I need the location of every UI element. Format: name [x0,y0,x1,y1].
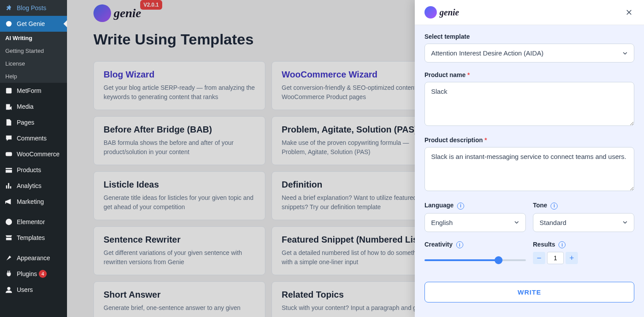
field-creativity: Creativity i [424,241,526,269]
brand-icon [93,4,111,22]
sidebar-item-comments[interactable]: Comments [0,130,67,146]
sidebar-label: Templates [17,234,45,241]
sidebar-label: Comments [17,135,47,142]
sidebar-item-elementor[interactable]: Elementor [0,214,67,230]
sidebar-item-pages[interactable]: Pages [0,114,67,130]
template-desc: Get conversion-friendly & SEO-optimized … [282,83,433,102]
panel-brand-text: genie [439,7,459,18]
sidebar-label: MetForm [17,87,41,94]
sidebar-label: WooCommerce [17,151,60,158]
template-card-bab[interactable]: Before After Bridge (BAB) BAB formula sh… [93,116,265,165]
select-template-dropdown[interactable]: Attention Interest Desire Action (AIDA) [424,44,634,63]
creativity-slider[interactable] [424,259,526,261]
template-title: WooCommerce Wizard [282,70,433,80]
analytics-icon [4,181,13,190]
sidebar-item-woocommerce[interactable]: WooCommerce [0,146,67,162]
close-button[interactable] [624,7,634,18]
creativity-label: Creativity i [424,241,526,249]
language-dropdown[interactable]: English [424,213,526,232]
language-value: English [431,219,453,226]
media-icon [4,102,13,111]
svg-rect-2 [6,152,12,156]
sidebar-item-templates[interactable]: Templates [0,230,67,246]
field-results: Results i − + [533,241,634,269]
svg-point-4 [7,287,10,290]
template-desc: Get your blog article SERP-ready — from … [104,83,255,102]
template-card-listicle[interactable]: Listicle Ideas Generate title ideas for … [93,171,265,220]
tone-value: Standard [540,219,566,226]
info-icon[interactable]: i [456,241,463,248]
sidebar-submenu: AI Writing Getting Started License Help [0,32,67,83]
svg-point-3 [6,219,12,225]
sidebar-item-marketing[interactable]: Marketing [0,194,67,210]
template-desc: Stuck with your content? Input a paragra… [282,303,433,313]
sidebar-item-appearance[interactable]: Appearance [0,250,67,266]
template-title: Sentence Rewriter [104,235,255,245]
field-tone: Tone i Standard [533,202,634,232]
language-label: Language i [424,202,526,210]
sidebar-item-users[interactable]: Users [0,282,67,298]
close-icon [625,9,633,16]
sidebar-item-plugins[interactable]: Plugins 4 [0,266,67,282]
info-icon[interactable]: i [558,241,566,248]
plugins-icon [4,269,13,278]
sidebar-label: Marketing [17,198,44,205]
product-name-input[interactable] [424,82,634,126]
results-increment-button[interactable]: + [566,252,578,264]
chevron-down-icon [622,51,628,56]
creativity-results-row: Creativity i Results i − + [424,241,634,278]
products-icon [4,166,13,174]
marketing-icon [4,197,13,206]
submenu-ai-writing[interactable]: AI Writing [0,32,67,44]
sidebar-item-analytics[interactable]: Analytics [0,178,67,194]
sidebar-item-media[interactable]: Media [0,99,67,114]
comments-icon [4,134,13,143]
template-title: Short Answer [104,290,255,300]
sidebar-item-get-genie[interactable]: Get Genie [0,16,67,32]
template-desc: Make use of the proven copywriting formu… [282,138,433,157]
sidebar-label: Blog Posts [17,4,46,11]
sidebar-label: Media [17,103,34,110]
template-desc: Need a brief explanation? Want to utiliz… [282,193,433,212]
product-name-label: Product name * [424,71,634,78]
results-input[interactable] [547,252,564,264]
template-title: Definition [282,180,433,190]
info-icon[interactable]: i [457,203,464,210]
template-card-blog-wizard[interactable]: Blog Wizard Get your blog article SERP-r… [93,61,265,110]
sidebar-item-blog-posts[interactable]: Blog Posts [0,0,67,16]
templates-icon [4,233,13,242]
results-decrement-button[interactable]: − [533,252,545,264]
field-product-name: Product name * [424,71,634,128]
chevron-down-icon [514,220,519,225]
panel-header: genie [415,0,644,25]
panel-brand: genie [424,6,459,18]
submenu-license[interactable]: License [0,57,67,70]
sidebar-item-metform[interactable]: MetForm [0,83,67,99]
plugin-count-badge: 4 [39,270,47,278]
field-language: Language i English [424,202,526,232]
submenu-help[interactable]: Help [0,70,67,83]
template-title: Before After Bridge (BAB) [104,125,255,135]
sidebar-label: Products [17,166,41,173]
template-card-sentence-rewriter[interactable]: Sentence Rewriter Get different variatio… [93,226,265,275]
brand-logo: genie V2.0.1 [93,4,141,22]
info-icon[interactable]: i [551,203,558,210]
select-template-value: Attention Interest Desire Action (AIDA) [431,49,543,57]
pin-icon [4,4,13,12]
submenu-getting-started[interactable]: Getting Started [0,44,67,57]
template-desc: Generate brief, one-sentence answer to a… [104,303,255,313]
field-product-description: Product description * [424,136,634,193]
sidebar-label: Appearance [17,254,50,262]
template-title: Related Topics [282,290,433,300]
genie-icon [4,19,13,28]
sidebar-label: Pages [17,119,34,126]
template-title: Blog Wizard [104,70,255,80]
tone-dropdown[interactable]: Standard [533,213,634,232]
form-icon [4,86,13,95]
template-card-short-answer[interactable]: Short Answer Generate brief, one-sentenc… [93,281,265,317]
write-button[interactable]: WRITE [424,282,634,302]
chevron-down-icon [622,220,628,225]
sidebar-label: Elementor [17,218,45,225]
product-desc-input[interactable] [424,147,634,191]
sidebar-item-products[interactable]: Products [0,162,67,178]
